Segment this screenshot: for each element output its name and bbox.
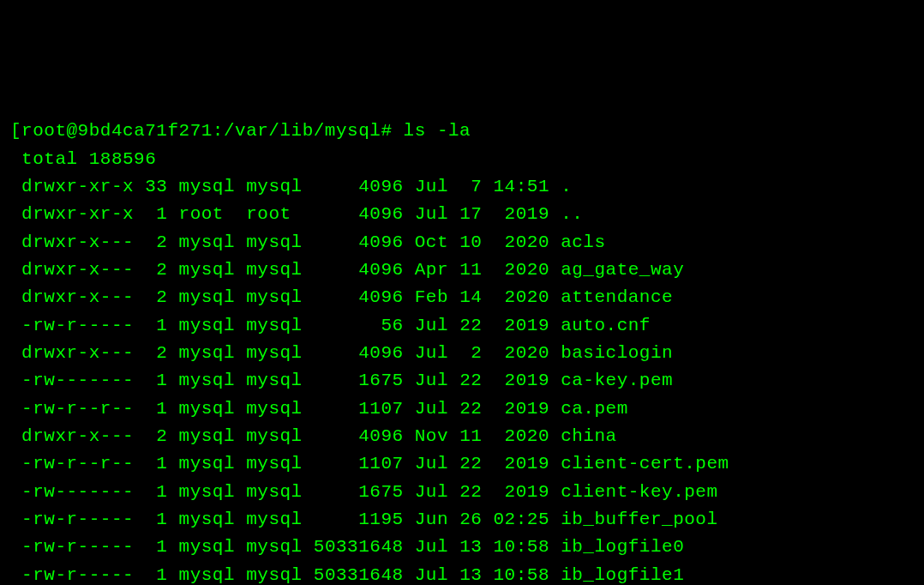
file-owner: mysql [179,510,236,529]
file-row: drwxr-x--- 2 mysql mysql 4096 Nov 11 202… [10,423,914,450]
file-group: mysql [246,316,303,335]
file-owner: mysql [179,399,236,419]
file-month: Jul [415,204,448,224]
file-day: 2 [459,343,482,363]
file-links: 1 [145,399,167,419]
file-day: 14 [459,287,482,307]
file-links: 1 [145,510,167,529]
file-perm: drwxr-x--- [10,260,134,280]
file-time: 14:51 [494,177,550,196]
file-size: 1675 [314,482,404,502]
file-size: 50331648 [314,565,404,585]
file-name: auto.cnf [561,316,651,335]
file-time: 2019 [494,454,550,473]
file-perm: -rw-r----- [10,316,134,335]
file-month: Jul [415,316,448,335]
file-day: 22 [459,454,482,473]
file-name: basiclogin [561,343,673,363]
file-owner: mysql [179,343,236,363]
file-month: Feb [415,287,448,307]
file-owner: mysql [179,565,236,585]
file-time: 2020 [494,260,550,280]
file-links: 1 [145,537,167,557]
file-perm: -rw------- [10,371,134,390]
command-text: ls -la [404,121,471,141]
file-size: 4096 [314,426,404,446]
file-month: Nov [415,426,448,446]
file-name: . [561,177,572,196]
file-group: mysql [246,482,303,502]
file-month: Jul [415,177,448,196]
file-time: 2020 [494,287,550,307]
file-links: 1 [145,482,167,502]
file-links: 1 [145,316,167,335]
file-row: drwxr-x--- 2 mysql mysql 4096 Oct 10 202… [10,229,914,256]
file-perm: drwxr-xr-x [10,177,134,196]
file-row: drwxr-x--- 2 mysql mysql 4096 Jul 2 2020… [10,340,914,367]
file-owner: mysql [179,260,236,280]
file-perm: -rw------- [10,482,134,502]
file-time: 2019 [494,482,550,502]
file-name: ca-key.pem [561,371,673,390]
file-group: mysql [246,399,303,419]
file-links: 1 [145,454,167,473]
file-group: mysql [246,565,303,585]
file-day: 13 [459,565,482,585]
prompt-line: [root@9bd4ca71f271:/var/lib/mysql# ls -l… [10,118,914,145]
open-bracket: [ [10,121,21,141]
file-day: 10 [459,232,482,252]
file-size: 4096 [314,287,404,307]
file-time: 10:58 [494,537,550,557]
file-name: attendance [561,287,673,307]
file-perm: -rw-r----- [10,537,134,557]
file-name: ib_logfile1 [561,565,684,585]
file-links: 2 [145,426,167,446]
file-links: 2 [145,343,167,363]
file-row: -rw-r----- 1 mysql mysql 56 Jul 22 2019 … [10,312,914,340]
file-perm: -rw-r--r-- [10,454,134,473]
file-size: 1107 [314,399,404,419]
file-day: 22 [459,482,482,502]
file-links: 1 [145,371,167,390]
file-month: Jul [415,565,448,585]
file-size: 50331648 [314,537,404,557]
file-group: mysql [246,343,303,363]
file-size: 4096 [314,232,404,252]
file-name: ca.pem [561,399,628,419]
file-row: -rw------- 1 mysql mysql 1675 Jul 22 201… [10,367,914,395]
file-owner: mysql [179,454,236,473]
file-day: 22 [459,399,482,419]
file-group: mysql [246,537,303,557]
file-links: 1 [145,565,167,585]
file-perm: -rw-r----- [10,565,134,585]
file-month: Jul [415,343,448,363]
file-day: 11 [459,426,482,446]
file-owner: mysql [179,316,236,335]
terminal-output[interactable]: [root@9bd4ca71f271:/var/lib/mysql# ls -l… [10,118,914,585]
file-perm: drwxr-x--- [10,232,134,252]
file-owner: root [179,204,236,224]
file-name: ib_buffer_pool [561,510,717,529]
file-name: china [561,426,617,446]
file-row: -rw------- 1 mysql mysql 1675 Jul 22 201… [10,479,914,506]
file-name: .. [561,204,583,224]
file-row: drwxr-xr-x 1 root root 4096 Jul 17 2019 … [10,201,914,228]
file-row: drwxr-x--- 2 mysql mysql 4096 Feb 14 202… [10,284,914,311]
file-row: -rw-r--r-- 1 mysql mysql 1107 Jul 22 201… [10,395,914,423]
file-perm: drwxr-x--- [10,287,134,307]
file-day: 13 [459,537,482,557]
file-group: mysql [246,371,303,390]
file-day: 17 [459,204,482,224]
file-time: 2019 [494,371,550,390]
file-size: 4096 [314,260,404,280]
file-group: mysql [246,177,303,196]
file-month: Jul [415,537,448,557]
file-group: mysql [246,510,303,529]
file-time: 2019 [494,316,550,335]
file-name: client-key.pem [561,482,717,502]
file-time: 2020 [494,343,550,363]
file-day: 7 [459,177,482,196]
file-time: 10:58 [494,565,550,585]
file-day: 22 [459,371,482,390]
file-perm: -rw-r----- [10,510,134,529]
